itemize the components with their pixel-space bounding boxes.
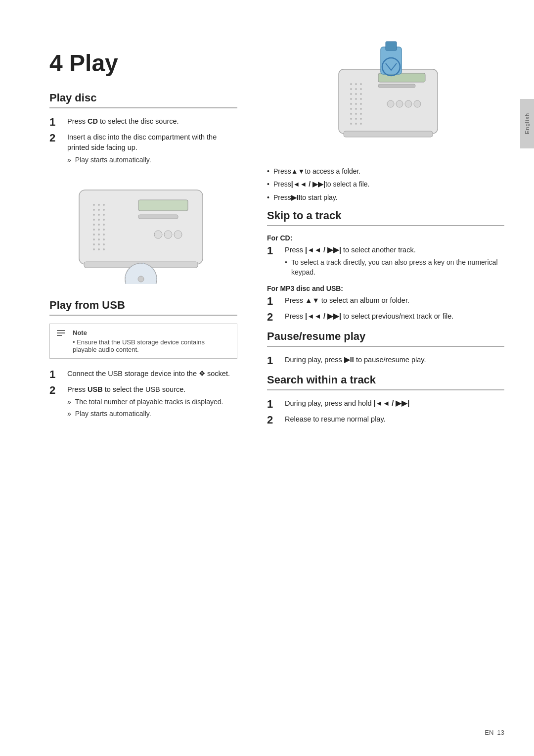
svg-point-20: [98, 234, 100, 236]
note-content: Note • Ensure that the USB storage devic…: [73, 329, 230, 353]
usb-device-illustration: [267, 40, 504, 158]
footer-lang: EN: [485, 729, 493, 736]
side-tab: English: [520, 99, 534, 148]
pause-steps: 1 During play, press ▶II to pause/resume…: [267, 355, 504, 367]
right-bullet-3: Press ▶II to start play.: [267, 192, 504, 202]
svg-point-54: [355, 103, 357, 105]
svg-point-16: [93, 229, 95, 231]
pause-step-1: 1 During play, press ▶II to pause/resume…: [267, 355, 504, 367]
skip-cd-step-1: 1 Press |◄◄ / ▶▶| to select another trac…: [267, 245, 504, 278]
svg-point-64: [360, 118, 362, 120]
svg-point-24: [103, 238, 105, 240]
svg-point-3: [103, 204, 105, 206]
svg-point-47: [350, 93, 352, 95]
play-usb-step-2-sub-2: Play starts automatically.: [67, 409, 237, 419]
note-lines-icon: [57, 330, 65, 337]
section-play-disc: Play disc 1 Press CD to select the disc …: [49, 92, 237, 284]
svg-point-45: [355, 88, 357, 90]
svg-point-63: [355, 118, 357, 120]
svg-point-32: [154, 231, 162, 238]
skip-cd-steps: 1 Press |◄◄ / ▶▶| to select another trac…: [267, 245, 504, 278]
svg-point-33: [164, 231, 172, 238]
svg-point-50: [350, 98, 352, 100]
svg-point-67: [360, 123, 362, 125]
svg-point-10: [93, 219, 95, 221]
svg-point-46: [360, 88, 362, 90]
svg-point-17: [98, 229, 100, 231]
note-text: • Ensure that the USB storage device con…: [73, 338, 230, 353]
svg-point-25: [93, 243, 95, 245]
svg-point-62: [350, 118, 352, 120]
right-column: Press ▲▼ to access a folder. Press |◄◄ /…: [257, 40, 504, 726]
note-header: Note: [73, 329, 230, 336]
svg-point-52: [360, 98, 362, 100]
svg-point-53: [350, 103, 352, 105]
svg-point-18: [103, 229, 105, 231]
play-usb-steps: 1 Connect the USB storage device into th…: [49, 369, 237, 419]
svg-point-7: [93, 214, 95, 216]
svg-point-28: [93, 248, 95, 250]
section-pause: Pause/resume play 1 During play, press ▶…: [267, 330, 504, 367]
footer-page: 13: [497, 729, 504, 736]
svg-point-61: [360, 113, 362, 115]
skip-cd-step-1-bullet: To select a track directly, you can also…: [285, 257, 504, 278]
svg-point-9: [103, 214, 105, 216]
svg-point-49: [360, 93, 362, 95]
play-usb-step-1: 1 Connect the USB storage device into th…: [49, 369, 237, 380]
svg-point-51: [355, 98, 357, 100]
svg-point-42: [355, 83, 357, 85]
svg-point-2: [98, 204, 100, 206]
disc-illustration: [64, 175, 237, 284]
side-tab-label: English: [524, 113, 530, 134]
svg-point-60: [355, 113, 357, 115]
svg-rect-68: [378, 84, 415, 88]
svg-point-56: [350, 108, 352, 110]
svg-point-69: [387, 100, 394, 107]
skip-mp3-steps: 1 Press ▲▼ to select an album or folder.…: [267, 295, 504, 323]
svg-point-41: [350, 83, 352, 85]
svg-point-23: [98, 238, 100, 240]
svg-point-59: [350, 113, 352, 115]
svg-point-26: [98, 243, 100, 245]
svg-rect-76: [386, 42, 397, 50]
skip-title: Skip to a track: [267, 209, 504, 226]
search-step-1: 1 During play, press and hold |◄◄ / ▶▶|: [267, 398, 504, 410]
chapter-title: 4 Play: [49, 49, 237, 77]
svg-point-55: [360, 103, 362, 105]
svg-point-70: [396, 100, 403, 107]
for-mp3-label: For MP3 disc and USB:: [267, 284, 504, 292]
svg-point-22: [93, 238, 95, 240]
svg-point-43: [360, 83, 362, 85]
play-disc-step-2: 2 Insert a disc into the disc compartmen…: [49, 132, 237, 165]
play-usb-step-2-sub-1: The total number of playable tracks is d…: [67, 397, 237, 407]
svg-point-6: [103, 209, 105, 211]
play-disc-steps: 1 Press CD to select the disc source. 2 …: [49, 116, 237, 165]
right-bullet-1: Press ▲▼ to access a folder.: [267, 166, 504, 176]
svg-point-44: [350, 88, 352, 90]
play-disc-step-1: 1 Press CD to select the disc source.: [49, 116, 237, 128]
svg-point-65: [350, 123, 352, 125]
svg-point-5: [98, 209, 100, 211]
svg-point-72: [414, 100, 421, 107]
svg-point-1: [93, 204, 95, 206]
svg-point-15: [103, 224, 105, 226]
svg-point-21: [103, 234, 105, 236]
svg-point-71: [405, 100, 412, 107]
svg-point-38: [138, 276, 144, 282]
section-search: Search within a track 1 During play, pre…: [267, 374, 504, 426]
left-column: 4 Play Play disc 1 Press CD to select th…: [49, 40, 257, 726]
svg-point-66: [355, 123, 357, 125]
section-skip: Skip to a track For CD: 1 Press |◄◄ / ▶▶…: [267, 209, 504, 323]
disc-svg: [64, 175, 218, 284]
right-bullet-2: Press |◄◄ / ▶▶| to select a file.: [267, 179, 504, 189]
section-play-usb: Play from USB Note • Ensure that the USB…: [49, 299, 237, 419]
play-usb-step-2: 2 Press USB to select the USB source. Th…: [49, 384, 237, 419]
skip-mp3-step-1: 1 Press ▲▼ to select an album or folder.: [267, 295, 504, 307]
skip-mp3-step-2: 2 Press |◄◄ / ▶▶| to select previous/nex…: [267, 311, 504, 323]
svg-rect-35: [138, 200, 188, 211]
page-footer: EN 13: [485, 729, 504, 736]
svg-point-19: [93, 234, 95, 236]
svg-point-58: [360, 108, 362, 110]
svg-point-11: [98, 219, 100, 221]
usb-device-svg: [309, 40, 462, 158]
